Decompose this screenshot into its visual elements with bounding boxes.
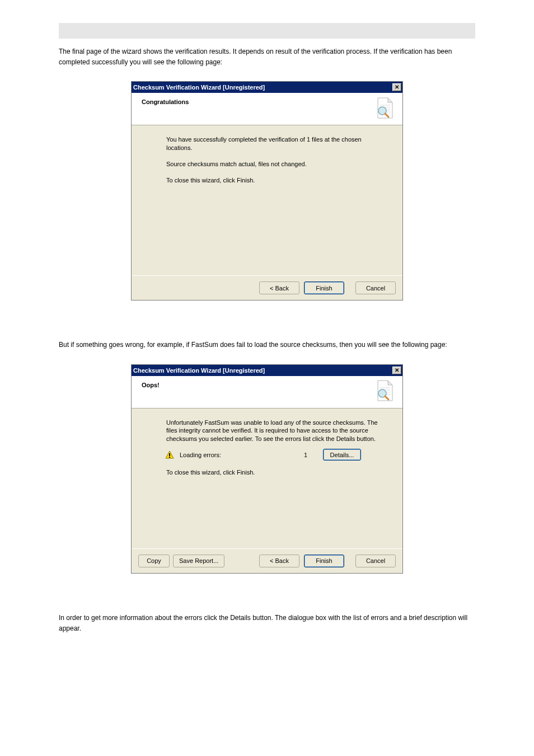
mid-text: But if something goes wrong, for example…	[59, 340, 470, 350]
titlebar: Checksum Verification Wizard [Unregister…	[132, 365, 402, 376]
titlebar: Checksum Verification Wizard [Unregister…	[132, 82, 402, 93]
error-count: 1	[280, 452, 307, 458]
content-area: Unfortunately FastSum was unable to load…	[132, 408, 402, 548]
error-row: Loading errors: 1 Details...	[166, 449, 389, 461]
copy-button[interactable]: Copy	[138, 555, 170, 567]
close-line: To close this wizard, click Finish.	[166, 468, 389, 477]
button-bar: Copy Save Report... < Back Finish Cancel	[132, 549, 402, 573]
warning-icon	[165, 450, 174, 459]
titlebar-text: Checksum Verification Wizard [Unregister…	[133, 367, 392, 374]
finish-button[interactable]: Finish	[304, 555, 344, 567]
banner-title: Oops!	[142, 376, 373, 388]
dialog-error: Checksum Verification Wizard [Unregister…	[131, 364, 403, 574]
success-line-2: Source checksums match actual, files not…	[166, 160, 389, 168]
dialog-success: Checksum Verification Wizard [Unregister…	[131, 81, 403, 300]
page-header-bar	[59, 23, 475, 39]
back-button[interactable]: < Back	[259, 281, 299, 294]
error-label: Loading errors:	[180, 452, 280, 458]
titlebar-text: Checksum Verification Wizard [Unregister…	[133, 84, 392, 91]
banner: Congratulations	[132, 93, 402, 125]
svg-rect-13	[169, 457, 170, 458]
success-line-3: To close this wizard, click Finish.	[166, 176, 389, 185]
button-bar: < Back Finish Cancel	[132, 276, 402, 300]
cancel-button[interactable]: Cancel	[355, 555, 396, 567]
error-paragraph: Unfortunately FastSum was unable to load…	[166, 419, 389, 444]
cancel-button[interactable]: Cancel	[355, 281, 396, 294]
content-area: You have successfully completed the veri…	[132, 125, 402, 275]
close-icon[interactable]: ✕	[392, 367, 401, 374]
details-button[interactable]: Details...	[323, 449, 361, 461]
save-report-button[interactable]: Save Report...	[173, 555, 224, 567]
document-magnifier-icon	[373, 380, 394, 403]
banner-title: Congratulations	[142, 93, 373, 105]
back-button[interactable]: < Back	[259, 555, 299, 567]
svg-rect-12	[169, 453, 170, 456]
success-line-1: You have successfully completed the veri…	[166, 135, 389, 152]
close-icon[interactable]: ✕	[392, 83, 401, 91]
outro-text: In order to get more information about t…	[59, 613, 470, 634]
document-magnifier-icon	[373, 97, 394, 121]
finish-button[interactable]: Finish	[304, 281, 344, 294]
intro-text: The final page of the wizard shows the v…	[59, 46, 470, 68]
banner: Oops!	[132, 376, 402, 408]
